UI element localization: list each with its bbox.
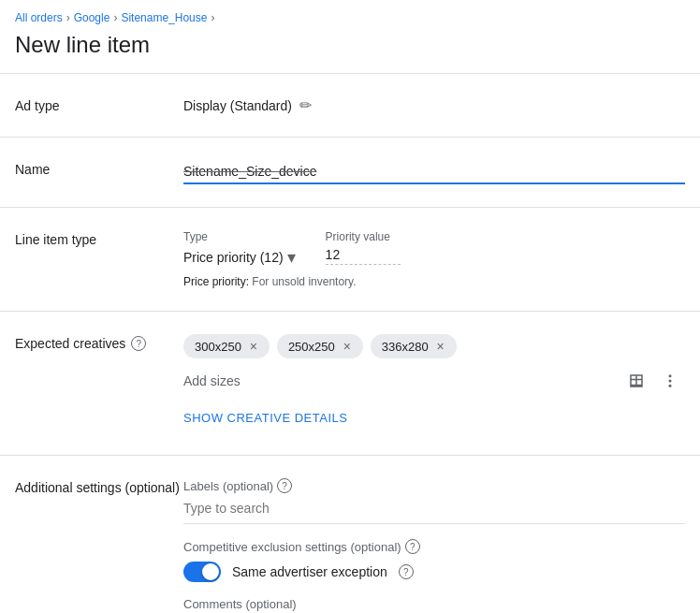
- ad-type-value-text: Display (Standard): [183, 98, 292, 113]
- size-chip-300x250-label: 300x250: [195, 340, 241, 354]
- breadcrumb-google[interactable]: Google: [74, 11, 110, 24]
- price-priority-note: Price priority: For unsold inventory.: [183, 275, 685, 288]
- type-group: Type Price priority (12) ▾: [183, 230, 296, 268]
- expected-creatives-content: 300x250 × 250x250 × 336x280 × Add sizes: [183, 334, 685, 432]
- toggle-thumb: [202, 563, 219, 580]
- add-sizes-icons: [621, 366, 685, 396]
- name-content: [183, 160, 685, 184]
- type-dropdown-arrow-icon[interactable]: ▾: [287, 247, 296, 268]
- breadcrumb-sitename-house[interactable]: Sitename_House: [121, 11, 207, 24]
- size-chip-336x280: 336x280 ×: [371, 334, 457, 358]
- expected-creatives-row: Expected creatives ? 300x250 × 250x250 ×…: [0, 312, 700, 456]
- same-advertiser-label: Same advertiser exception: [232, 564, 387, 579]
- size-chips-list: 300x250 × 250x250 × 336x280 ×: [183, 334, 685, 358]
- expected-creatives-label: Expected creatives: [15, 336, 125, 351]
- size-chip-336x280-label: 336x280: [382, 340, 429, 354]
- ad-type-value-row: Display (Standard) ✏: [183, 96, 685, 114]
- svg-point-0: [669, 374, 672, 377]
- breadcrumb-sep-3: ›: [211, 11, 214, 24]
- line-item-type-label: Line item type: [15, 230, 183, 247]
- priority-field-label: Priority value: [326, 230, 401, 243]
- labels-help-icon[interactable]: ?: [277, 478, 292, 493]
- breadcrumb-sep-2: ›: [113, 11, 117, 24]
- svg-point-1: [669, 380, 672, 383]
- expected-creatives-help-icon[interactable]: ?: [131, 336, 146, 351]
- ad-type-label: Ad type: [15, 96, 183, 113]
- labels-search-input[interactable]: [183, 497, 685, 524]
- type-field-label: Type: [183, 230, 296, 243]
- ad-type-edit-icon[interactable]: ✏: [299, 96, 312, 114]
- priority-value: 12: [326, 247, 401, 265]
- page-title: New line item: [0, 28, 700, 73]
- name-label: Name: [15, 160, 183, 177]
- competitive-exclusion-section: Competitive exclusion settings (optional…: [183, 539, 685, 582]
- type-select-wrapper: Price priority (12) ▾: [183, 247, 296, 268]
- table-icon-button[interactable]: [621, 366, 651, 396]
- priority-group: Priority value 12: [326, 230, 401, 265]
- additional-settings-row: Additional settings (optional) Labels (o…: [0, 456, 700, 613]
- expected-creatives-label-wrap: Expected creatives ?: [15, 334, 183, 351]
- type-priority-row: Type Price priority (12) ▾ Priority valu…: [183, 230, 685, 268]
- price-priority-note-bold: Price priority:: [183, 275, 249, 288]
- additional-settings-label: Additional settings (optional): [15, 478, 183, 495]
- breadcrumb: All orders › Google › Sitename_House ›: [0, 0, 700, 28]
- size-chip-250x250-label: 250x250: [288, 340, 335, 354]
- ad-type-row: Ad type Display (Standard) ✏: [0, 74, 700, 138]
- svg-point-2: [669, 385, 672, 387]
- same-advertiser-toggle[interactable]: [183, 562, 221, 582]
- line-item-type-content: Type Price priority (12) ▾ Priority valu…: [183, 230, 685, 288]
- size-chip-300x250-close-icon[interactable]: ×: [245, 338, 262, 355]
- competitive-exclusion-label-row: Competitive exclusion settings (optional…: [183, 539, 685, 554]
- line-item-type-row: Line item type Type Price priority (12) …: [0, 208, 700, 312]
- show-creative-details-button[interactable]: SHOW CREATIVE DETAILS: [183, 403, 347, 432]
- ad-type-content: Display (Standard) ✏: [183, 96, 685, 114]
- add-sizes-placeholder[interactable]: Add sizes: [183, 373, 241, 388]
- same-advertiser-help-icon[interactable]: ?: [399, 564, 414, 579]
- competitive-exclusion-label: Competitive exclusion settings (optional…: [183, 540, 401, 554]
- type-select-value: Price priority (12): [183, 250, 284, 265]
- labels-optional-text: Labels (optional): [183, 479, 273, 493]
- add-sizes-row: Add sizes: [183, 366, 685, 396]
- size-chip-250x250: 250x250 ×: [277, 334, 363, 358]
- breadcrumb-all-orders[interactable]: All orders: [15, 11, 63, 24]
- breadcrumb-sep-1: ›: [66, 11, 70, 24]
- price-priority-note-text: For unsold inventory.: [249, 275, 357, 288]
- competitive-exclusion-help-icon[interactable]: ?: [405, 539, 420, 554]
- size-chip-300x250: 300x250 ×: [183, 334, 270, 358]
- name-input[interactable]: [183, 160, 685, 184]
- more-options-icon-button[interactable]: [655, 366, 685, 396]
- labels-optional-row: Labels (optional) ?: [183, 478, 685, 493]
- size-chip-336x280-close-icon[interactable]: ×: [432, 338, 449, 355]
- same-advertiser-row: Same advertiser exception ?: [183, 562, 685, 582]
- size-chip-250x250-close-icon[interactable]: ×: [339, 338, 356, 355]
- additional-settings-content: Labels (optional) ? Competitive exclusio…: [183, 478, 685, 611]
- comments-label: Comments (optional): [183, 597, 685, 611]
- name-row: Name: [0, 138, 700, 208]
